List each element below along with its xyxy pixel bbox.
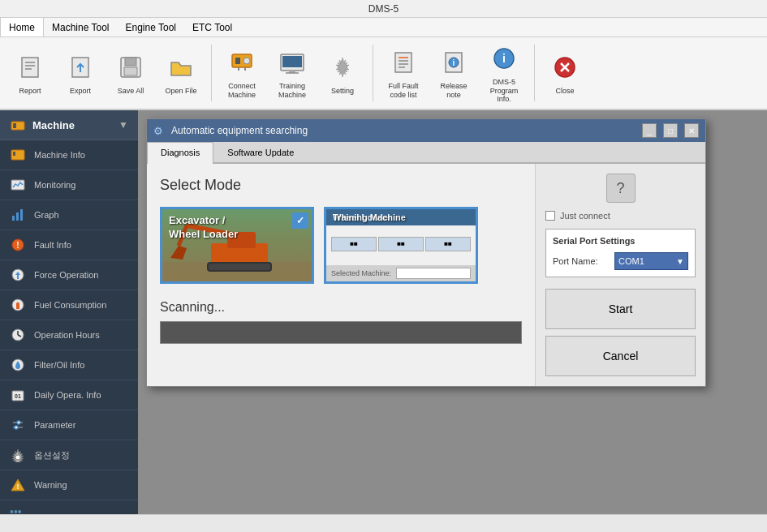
svg-rect-7 xyxy=(124,67,137,75)
selected-machine-label: Selected Machine: xyxy=(331,269,391,277)
sidebar-item-filter-oil-info[interactable]: Filter/Oil Info xyxy=(0,350,138,380)
setting-icon xyxy=(326,51,359,84)
sidebar-item-force-operation[interactable]: Force Operation xyxy=(0,260,138,290)
training-machine-button[interactable]: Training Machine xyxy=(269,41,316,105)
daily-opera-icon: 01 xyxy=(10,387,26,403)
svg-rect-32 xyxy=(13,123,16,128)
svg-text:i: i xyxy=(502,52,506,65)
sidebar-label-machine-info: Machine Info xyxy=(34,150,85,160)
sidebar-item-graph[interactable]: Graph xyxy=(0,200,138,230)
connect-machine-button[interactable]: Connect Machine xyxy=(218,41,265,105)
sidebar-item-fuel-consumption[interactable]: Fuel Consumption xyxy=(0,290,138,320)
action-buttons: Start Cancel xyxy=(545,289,696,376)
modal-close-button[interactable]: ✕ xyxy=(684,123,699,138)
automatic-search-modal: ⚙ Automatic equipment searching _ □ ✕ Di… xyxy=(146,118,706,387)
scanning-label: Scanning... xyxy=(160,300,522,315)
sidebar-item-machine-info[interactable]: Machine Info xyxy=(0,140,138,170)
port-section: Serial Port Settings Port Name: COM1 ▼ xyxy=(545,229,696,277)
sidebar-footer: ••• xyxy=(0,500,138,523)
sidebar-item-monitoring[interactable]: Monitoring xyxy=(0,170,138,200)
modal-minimize-button[interactable]: _ xyxy=(642,123,657,138)
help-button[interactable]: ? xyxy=(606,174,636,203)
cancel-button[interactable]: Cancel xyxy=(545,336,696,376)
scanning-progress-bar xyxy=(160,321,522,344)
sidebar-item-operation-hours[interactable]: Operation Hours xyxy=(0,320,138,350)
graph-icon xyxy=(10,207,26,223)
grid-cell-2: ■■ xyxy=(378,237,424,251)
port-name-label: Port Name: xyxy=(553,256,610,266)
setting-button[interactable]: Setting xyxy=(319,41,366,105)
modal-restore-button[interactable]: □ xyxy=(663,123,678,138)
release-note-button[interactable]: i Release note xyxy=(430,41,477,105)
port-value: COM1 xyxy=(618,256,644,266)
sidebar-item-parameter[interactable]: Parameter xyxy=(0,410,138,440)
content-area: ⚙ Automatic equipment searching _ □ ✕ Di… xyxy=(138,110,767,514)
svg-rect-38 xyxy=(20,209,23,221)
training-machine-card-label: Training Machine xyxy=(333,212,406,222)
menu-item-engine-tool[interactable]: Engine Tool xyxy=(118,18,185,36)
excavator-card-label: Excavator / Wheel Loader xyxy=(169,214,238,242)
training-machine-card[interactable]: Wheel Loader ■■ ■■ ■■ xyxy=(324,207,478,284)
connect-machine-icon xyxy=(226,46,258,79)
svg-rect-9 xyxy=(235,58,240,64)
start-button[interactable]: Start xyxy=(545,289,696,329)
svg-text:i: i xyxy=(453,58,455,67)
svg-rect-59 xyxy=(209,264,270,270)
select-mode-title: Select Mode xyxy=(160,177,522,194)
monitoring-icon xyxy=(10,177,26,193)
sidebar-label-fault-info: Fault Info xyxy=(34,240,71,250)
excavator-card[interactable]: Excavator / Wheel Loader ✓ xyxy=(160,207,314,284)
port-name-row: Port Name: COM1 ▼ xyxy=(553,252,688,270)
sidebar-item-option-setting[interactable]: 옵션설정 xyxy=(0,440,138,470)
just-connect-checkbox[interactable] xyxy=(545,211,555,221)
modal-title-bar: ⚙ Automatic equipment searching _ □ ✕ xyxy=(147,119,705,142)
port-name-select[interactable]: COM1 ▼ xyxy=(614,252,688,270)
excavator-check-mark: ✓ xyxy=(292,212,308,229)
svg-text:!: ! xyxy=(17,483,19,491)
export-button[interactable]: Export xyxy=(57,41,104,105)
tab-diagnosis[interactable]: Diagnosis xyxy=(147,142,213,164)
just-connect-label: Just connect xyxy=(560,211,610,221)
svg-point-50 xyxy=(17,421,20,424)
modal-overlay: ⚙ Automatic equipment searching _ □ ✕ Di… xyxy=(138,110,767,514)
svg-rect-18 xyxy=(395,53,412,72)
sidebar-header: Machine ▼ xyxy=(0,110,138,140)
fault-info-icon: ! xyxy=(10,237,26,253)
svg-rect-37 xyxy=(16,212,19,221)
open-file-button[interactable]: Open File xyxy=(157,41,205,105)
close-button[interactable]: Close xyxy=(541,41,588,105)
sidebar-label-warning: Warning xyxy=(34,480,67,490)
sidebar-label-operation-hours: Operation Hours xyxy=(34,330,100,340)
svg-rect-14 xyxy=(282,56,302,67)
close-icon xyxy=(549,51,581,84)
report-button[interactable]: Report xyxy=(6,41,54,105)
full-fault-button[interactable]: Full Fault code list xyxy=(380,41,427,105)
force-operation-icon xyxy=(10,267,26,283)
save-all-button[interactable]: Save All xyxy=(107,41,154,105)
dms5-info-button[interactable]: i DMS-5 Program Info. xyxy=(480,41,528,105)
tab-software-update[interactable]: Software Update xyxy=(213,142,308,162)
option-setting-icon xyxy=(10,447,26,463)
report-icon xyxy=(14,51,46,84)
sidebar-label-fuel-consumption: Fuel Consumption xyxy=(34,300,106,310)
export-icon xyxy=(64,51,97,84)
sidebar-item-fault-info[interactable]: ! Fault Info xyxy=(0,230,138,260)
sidebar-label-force-operation: Force Operation xyxy=(34,270,98,280)
operation-hours-icon xyxy=(10,327,26,343)
menu-item-machine-tool[interactable]: Machine Tool xyxy=(44,18,118,36)
sidebar-label-filter-oil-info: Filter/Oil Info xyxy=(34,360,84,370)
svg-rect-6 xyxy=(125,58,136,66)
sidebar-item-warning[interactable]: ! Warning xyxy=(0,470,138,500)
warning-icon: ! xyxy=(10,477,26,493)
sidebar-label-daily-opera-info: Daily Opera. Info xyxy=(34,390,101,400)
save-icon xyxy=(114,51,147,84)
menu-item-home[interactable]: Home xyxy=(0,18,44,36)
training-card-footer: Selected Machine: xyxy=(326,265,476,281)
app-title: DMS-5 xyxy=(368,3,399,15)
sidebar-collapse-icon[interactable]: ▼ xyxy=(118,119,128,131)
menu-item-etc-tool[interactable]: ETC Tool xyxy=(184,18,240,36)
training-card-grid-wrap: ■■ ■■ ■■ xyxy=(330,235,472,256)
dms5-info-icon: i xyxy=(488,42,520,75)
port-dropdown-arrow-icon: ▼ xyxy=(676,257,684,266)
sidebar-item-daily-opera-info[interactable]: 01 Daily Opera. Info xyxy=(0,380,138,410)
